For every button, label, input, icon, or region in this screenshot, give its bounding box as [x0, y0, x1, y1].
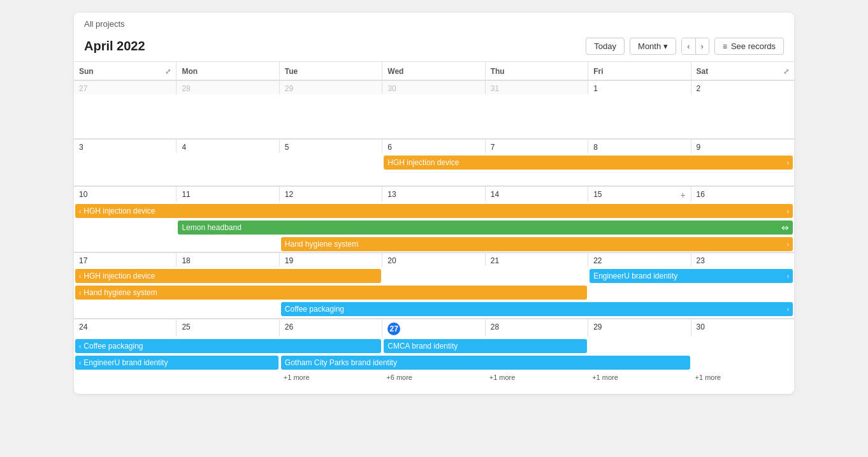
arrow-right-icon: ›	[787, 273, 789, 280]
date-cell: 16	[691, 187, 794, 201]
date-cell: 22	[588, 253, 691, 266]
see-records-label: See records	[731, 41, 776, 51]
lines-icon: ≡	[723, 42, 727, 51]
calendar-header: April 2022 Today Month ▾ ‹ › ≡ See recor…	[74, 31, 794, 62]
more-link-col3[interactable]: +6 more	[382, 372, 485, 382]
date-cell: 17	[74, 253, 177, 266]
event-hand-1[interactable]: Hand hygiene system ›	[281, 237, 793, 251]
event-coffee-1[interactable]: Coffee packaging ›	[281, 302, 793, 316]
event-hgh-1[interactable]: HGH injection device ›	[384, 156, 793, 170]
date-cell: 29	[280, 81, 382, 94]
date-cell: 25	[177, 319, 279, 337]
today-button[interactable]: Today	[586, 38, 625, 55]
nav-buttons: ‹ ›	[681, 38, 709, 55]
chevron-down-icon: ▾	[663, 41, 668, 51]
more-link-col6[interactable]: +1 more	[691, 372, 794, 382]
date-cell: 4	[177, 140, 279, 153]
date-cell: 28	[177, 81, 279, 94]
date-cell: 20	[382, 253, 485, 266]
date-cell: 3	[74, 140, 177, 153]
col-tue: Tue	[280, 62, 382, 80]
week-1: 27 28 29 30 31 1 2	[74, 81, 794, 140]
calendar-container: All projects April 2022 Today Month ▾ ‹ …	[74, 13, 794, 394]
event-gotham[interactable]: Gotham City Parks brand identity	[281, 356, 690, 370]
month-button[interactable]: Month ▾	[630, 38, 676, 55]
calendar-title: April 2022	[84, 39, 586, 54]
week-1-dates: 27 28 29 30 31 1 2	[74, 81, 794, 94]
date-cell: 30	[691, 319, 794, 337]
date-cell: 24	[74, 319, 177, 337]
more-link-col0	[74, 372, 177, 382]
next-button[interactable]: ›	[696, 38, 709, 54]
week-2-dates: 3 4 5 6 7 8 9	[74, 140, 794, 153]
day-headers: Sun ⤢ Mon Tue Wed Thu Fri Sat ⤢	[74, 62, 794, 81]
week-5-dates: 24 25 26 27 28 29 30	[74, 319, 794, 337]
date-cell: 9	[691, 140, 794, 153]
prev-button[interactable]: ‹	[682, 38, 695, 54]
event-engineeru-1[interactable]: EngineerU brand identity ›	[590, 269, 793, 283]
date-cell: 19	[280, 253, 382, 266]
col-sun: Sun ⤢	[74, 62, 177, 80]
date-cell: 14	[486, 187, 588, 201]
date-cell: 29	[588, 319, 691, 337]
date-cell: 28	[486, 319, 588, 337]
week-3-dates: 10 11 12 13 14 15 + 16	[74, 187, 794, 201]
event-lemon[interactable]: Lemon headband ⇔	[178, 221, 793, 235]
event-engineeru-2[interactable]: ‹ EngineerU brand identity	[75, 356, 278, 370]
resize-icon[interactable]: ⇔	[781, 222, 789, 233]
add-event-button[interactable]: +	[680, 190, 685, 200]
date-cell: 15 +	[588, 187, 691, 201]
arrow-right-icon: ›	[787, 208, 789, 215]
date-cell: 2	[691, 81, 794, 94]
week-4: 17 18 19 20 21 22 23 ‹ HGH injection dev…	[74, 253, 794, 319]
date-cell: 7	[486, 140, 588, 153]
arrow-right-icon: ›	[787, 241, 789, 248]
arrow-right-icon: ›	[787, 306, 789, 313]
date-cell: 12	[280, 187, 382, 201]
date-cell: 5	[280, 140, 382, 153]
date-cell: 13	[382, 187, 485, 201]
arrow-left-icon: ‹	[79, 359, 81, 366]
date-cell: 31	[486, 81, 588, 94]
event-hand-2[interactable]: ‹ Hand hygiene system	[75, 286, 587, 300]
event-hgh-2[interactable]: ‹ HGH injection device ›	[75, 204, 793, 218]
week-4-dates: 17 18 19 20 21 22 23	[74, 253, 794, 266]
date-cell: 27	[74, 81, 177, 94]
see-records-button[interactable]: ≡ See records	[714, 38, 784, 55]
col-sat: Sat ⤢	[691, 62, 794, 80]
date-cell: 1	[588, 81, 691, 94]
event-hgh-3[interactable]: ‹ HGH injection device	[75, 269, 381, 283]
arrow-left-icon: ‹	[79, 343, 81, 350]
col-thu: Thu	[486, 62, 588, 80]
date-cell: 6	[382, 140, 485, 153]
today-badge: 27	[387, 323, 400, 335]
expand-icon[interactable]: ⤢	[165, 68, 171, 76]
date-cell: 11	[177, 187, 279, 201]
date-cell: 10	[74, 187, 177, 201]
expand-sat-icon[interactable]: ⤢	[783, 68, 789, 76]
more-link-col4[interactable]: +1 more	[486, 372, 588, 382]
date-cell: 23	[691, 253, 794, 266]
col-mon: Mon	[177, 62, 279, 80]
event-cmca[interactable]: CMCA brand identity	[384, 339, 587, 353]
date-cell: 8	[588, 140, 691, 153]
date-cell: 18	[177, 253, 279, 266]
date-cell: 21	[486, 253, 588, 266]
page-title: All projects	[74, 13, 794, 31]
date-cell: 30	[382, 81, 485, 94]
week-3: 10 11 12 13 14 15 + 16 ‹ HGH injection d…	[74, 187, 794, 253]
event-coffee-2[interactable]: ‹ Coffee packaging	[75, 339, 381, 353]
week-5: 24 25 26 27 28 29 30 ‹ Coffee packaging …	[74, 319, 794, 394]
date-cell: 26	[280, 319, 382, 337]
col-wed: Wed	[382, 62, 485, 80]
arrow-left-icon: ‹	[79, 289, 81, 296]
more-link-col1	[177, 372, 279, 382]
week-2: 3 4 5 6 7 8 9 HGH injection device ›	[74, 140, 794, 187]
more-link-col2[interactable]: +1 more	[280, 372, 382, 382]
arrow-left-icon: ‹	[79, 208, 81, 215]
arrow-right-icon: ›	[787, 159, 789, 166]
col-fri: Fri	[588, 62, 691, 80]
date-cell-today: 27	[382, 319, 485, 337]
more-link-col5[interactable]: +1 more	[588, 372, 691, 382]
month-label: Month	[638, 41, 661, 51]
